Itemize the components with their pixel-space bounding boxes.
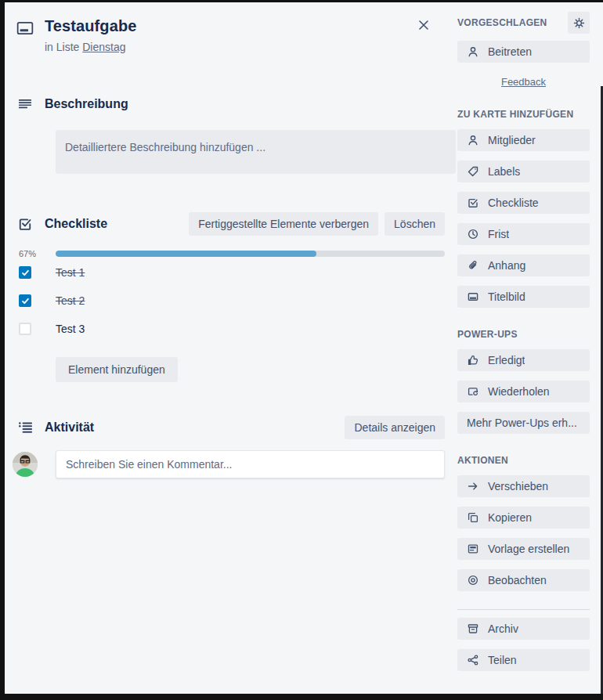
checklist-item-checkbox[interactable]: [19, 323, 31, 335]
delete-checklist-button[interactable]: Löschen: [385, 212, 445, 236]
sidebar-button-label: Titelbild: [488, 290, 525, 303]
checklist-progress: 67%: [16, 249, 445, 258]
card-sidebar: VORGESCHLAGEN Beitreten Feedback ZU KART…: [457, 2, 590, 694]
card-main-column: Testaufgabe in Liste Dienstag Beschreibu…: [5, 2, 445, 694]
sidebar-button-label: Vorlage erstellen: [488, 543, 569, 555]
gear-icon[interactable]: [568, 12, 590, 34]
sidebar-button-label: Anhang: [488, 259, 525, 272]
close-icon[interactable]: [412, 13, 435, 37]
activity-list-icon: [16, 420, 34, 435]
card-location: in Liste Dienstag: [45, 41, 136, 53]
sidebar-button-beobachten[interactable]: Beobachten: [457, 569, 590, 591]
checklist-item[interactable]: Test 2: [16, 287, 445, 315]
activity-section: Aktivität Details anzeigen: [16, 416, 445, 478]
checklist-item-label[interactable]: Test 1: [56, 266, 85, 279]
actions-heading: AKTIONEN: [457, 455, 590, 466]
description-section: Beschreibung Detailliertere Beschreibung…: [16, 97, 445, 174]
sidebar-button-archiv[interactable]: Archiv: [457, 618, 590, 640]
sidebar-button-mitglieder[interactable]: Mitglieder: [457, 129, 590, 151]
sidebar-button-label: Beitreten: [488, 45, 532, 58]
sidebar-button-verschieben[interactable]: Verschieben: [457, 475, 590, 497]
checkbox-icon: [467, 197, 479, 209]
sidebar-button-label: Checkliste: [488, 197, 539, 209]
sidebar-button-checkliste[interactable]: Checkliste: [457, 192, 590, 214]
sidebar-button-labels[interactable]: Labels: [457, 161, 590, 182]
sidebar-button-label: Mehr Power-Ups erh...: [467, 417, 577, 429]
feedback-link[interactable]: Feedback: [457, 76, 590, 88]
sidebar-button-label: Verschieben: [488, 480, 548, 493]
comment-input[interactable]: [56, 450, 445, 478]
card-detail-modal: Testaufgabe in Liste Dienstag Beschreibu…: [5, 2, 603, 694]
person-icon: [467, 134, 479, 146]
checklist-item-label[interactable]: Test 3: [56, 323, 85, 335]
clock-icon: [467, 228, 479, 240]
checklist-item-label[interactable]: Test 2: [56, 294, 85, 307]
card-repeat-icon: [467, 385, 479, 398]
copy-icon: [467, 511, 479, 524]
card-header: Testaufgabe in Liste Dienstag: [16, 17, 445, 53]
user-avatar[interactable]: [13, 452, 38, 477]
checklist-item[interactable]: Test 3: [16, 315, 445, 343]
sidebar-button-label: Labels: [488, 165, 520, 178]
show-details-button[interactable]: Details anzeigen: [345, 416, 445, 439]
progress-bar-fill: [56, 251, 316, 257]
hide-completed-button[interactable]: Fertiggestellte Elemente verbergen: [189, 212, 378, 236]
checklist-section: Checkliste Fertiggestellte Elemente verb…: [16, 212, 445, 382]
sidebar-button-label: Archiv: [488, 622, 518, 635]
sidebar-button-label: Wiederholen: [488, 385, 550, 398]
sidebar-button-vorlage-erstellen[interactable]: Vorlage erstellen: [457, 538, 590, 560]
sidebar-button-titelbild[interactable]: Titelbild: [457, 286, 590, 308]
progress-bar-track: [56, 251, 445, 257]
card-title[interactable]: Testaufgabe: [45, 17, 136, 35]
sidebar-button-label: Kopieren: [488, 511, 532, 524]
sidebar-button-anhang[interactable]: Anhang: [457, 254, 590, 276]
description-heading: Beschreibung: [45, 97, 128, 111]
sidebar-divider: [457, 609, 590, 610]
checkbox-icon: [16, 216, 34, 232]
thumbs-up-icon: [467, 354, 479, 366]
template-icon: [467, 543, 479, 555]
arrow-right-icon: [467, 480, 479, 493]
sidebar-button-label: Frist: [488, 228, 509, 240]
description-placeholder-box[interactable]: Detailliertere Beschreibung hinzufügen .…: [56, 130, 456, 174]
progress-percent: 67%: [16, 249, 47, 258]
add-checklist-item-button[interactable]: Element hinzufügen: [56, 357, 178, 382]
eye-icon: [467, 574, 479, 586]
sidebar-button-label: Erledigt: [488, 354, 525, 366]
list-link[interactable]: Dienstag: [82, 41, 125, 53]
align-left-icon: [16, 97, 34, 111]
add-to-card-heading: ZU KARTE HINZUFÜGEN: [457, 109, 590, 120]
sidebar-button-frist[interactable]: Frist: [457, 223, 590, 245]
sidebar-button-beitreten[interactable]: Beitreten: [457, 41, 590, 63]
tag-icon: [467, 165, 479, 178]
sidebar-button-teilen[interactable]: Teilen: [457, 649, 590, 671]
powerups-heading: POWER-UPS: [457, 329, 590, 340]
checklist-item-checkbox[interactable]: [19, 266, 31, 279]
checklist-item[interactable]: Test 1: [16, 258, 445, 287]
share-icon: [467, 654, 479, 666]
paperclip-icon: [467, 259, 479, 272]
sidebar-button-label: Teilen: [488, 654, 517, 666]
sidebar-button-wiederholen[interactable]: Wiederholen: [457, 381, 590, 402]
sidebar-button-kopieren[interactable]: Kopieren: [457, 507, 590, 529]
sidebar-button-erledigt[interactable]: Erledigt: [457, 349, 590, 371]
card-icon: [16, 20, 34, 53]
activity-heading: Aktivität: [45, 420, 345, 435]
person-icon: [467, 45, 479, 58]
cover-icon: [467, 290, 479, 303]
archive-icon: [467, 622, 479, 635]
in-list-prefix: in Liste: [45, 41, 79, 53]
checklist-heading: Checkliste: [45, 217, 189, 231]
sidebar-button-label: Beobachten: [488, 574, 547, 586]
sidebar-button-mehr-powerups[interactable]: Mehr Power-Ups erh...: [457, 412, 590, 434]
checklist-item-checkbox[interactable]: [19, 294, 31, 307]
suggested-heading: VORGESCHLAGEN: [457, 17, 547, 28]
sidebar-button-label: Mitglieder: [488, 134, 536, 146]
